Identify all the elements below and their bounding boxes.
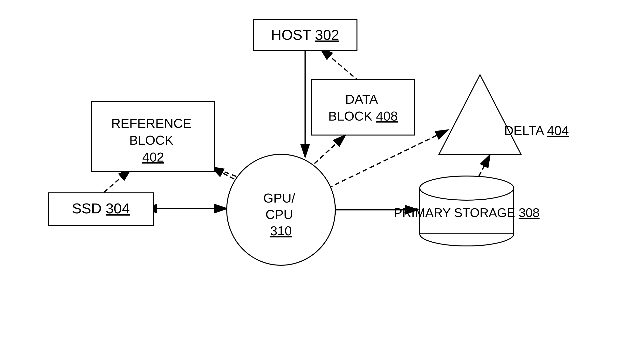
primary-storage-label: PRIMARY STORAGE 308	[394, 206, 540, 220]
delta-node	[439, 75, 521, 154]
primary-storage-bottom	[420, 234, 514, 246]
ssd-refblock-arrow	[104, 170, 130, 192]
host-label: HOST 302	[271, 27, 339, 43]
data-block-node	[311, 80, 415, 135]
gpu-delta-arrow	[328, 130, 448, 188]
primary-storage-top	[420, 176, 514, 200]
diagram-container: HOST 302 REFERENCE BLOCK 402 DATA BLOCK …	[0, 0, 644, 360]
gpu-datablock-arrow	[309, 136, 345, 169]
delta-label: DELTA 404	[504, 123, 569, 138]
datablock-host-arrow	[321, 49, 360, 82]
ssd-label: SSD 304	[72, 200, 130, 216]
